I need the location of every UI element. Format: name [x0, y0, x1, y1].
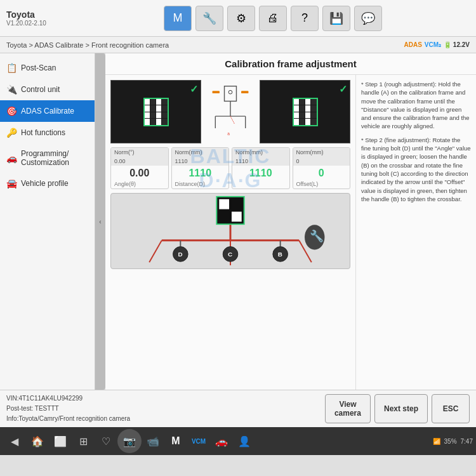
- programming-icon: 🚗: [6, 153, 17, 163]
- center-diagram: a: [205, 83, 256, 140]
- content-title: Calibration frame adjustment: [105, 53, 476, 75]
- taskbar-grid-btn[interactable]: ⊞: [72, 430, 95, 453]
- equipment-area: D C B 🔧: [110, 193, 350, 269]
- breadcrumb-bar: Toyota > ADAS Calibrate > Front recognit…: [0, 37, 476, 53]
- svg-text:D: D: [178, 251, 182, 258]
- nav-tool-btn[interactable]: 🔧: [195, 6, 223, 31]
- taskbar-vcm-btn[interactable]: VCM: [187, 430, 210, 453]
- status-post-test: Post-test: TESTTT: [6, 404, 130, 414]
- sidebar-item-programming[interactable]: 🚗 Programming/ Customization: [0, 143, 95, 173]
- action-buttons: View camera Next step ESC: [325, 394, 470, 423]
- view-camera-button[interactable]: View camera: [325, 394, 371, 423]
- svg-text:B: B: [278, 251, 282, 258]
- sidebar-label-control-unit: Control unit: [21, 85, 60, 94]
- post-scan-icon: 📋: [6, 63, 17, 73]
- badge-area: ADAS VCM₂ 🔋 12.2V: [404, 41, 470, 48]
- adas-badge: ADAS: [404, 41, 422, 48]
- offset-norm-val: 0: [293, 157, 350, 166]
- camera-grid-left: [143, 98, 169, 126]
- clock: 7:47: [461, 438, 473, 445]
- value-box-distance2: Norm(mm) 1110 1110: [232, 147, 290, 189]
- alignment-diagram: a: [208, 83, 253, 140]
- value-box-distance1: Norm(mm) 1110 1110 Distance(D): [171, 147, 230, 189]
- nav-msg-btn[interactable]: 💬: [354, 6, 382, 31]
- taskbar-car-btn[interactable]: 🚗: [210, 430, 233, 453]
- instruction-step2: * Step 2 (fine adjustment): Rotate the f…: [361, 136, 471, 203]
- distance1-norm-val: 1110: [172, 157, 229, 166]
- taskbar-video-btn[interactable]: 📹: [142, 430, 164, 453]
- status-info-label: Info:Toyota/Camry/Front recognition came…: [6, 414, 130, 424]
- status-vin: VIN:4T1C11AK4LU942299: [6, 393, 130, 404]
- svg-rect-26: [219, 212, 229, 222]
- svg-text:C: C: [228, 251, 232, 258]
- sidebar-item-post-scan[interactable]: 📋 Post-Scan: [0, 57, 95, 79]
- sidebar-item-adas-calibrate[interactable]: 🎯 ADAS Calibrate: [0, 100, 95, 122]
- nav-icons: M 🔧 ⚙ 🖨 ? 💾 💬: [76, 6, 470, 31]
- esc-button[interactable]: ESC: [432, 394, 470, 423]
- distance2-norm-label: Norm(mm): [232, 148, 289, 157]
- taskbar-square-btn[interactable]: ⬜: [49, 430, 72, 453]
- taskbar-heart-btn[interactable]: ♡: [95, 430, 117, 453]
- taskbar-camera-btn[interactable]: 📷: [117, 429, 142, 453]
- nav-save-btn[interactable]: 💾: [322, 6, 350, 31]
- vcm-badge: VCM₂: [425, 41, 441, 48]
- sidebar-wrapper: 📋 Post-Scan 🔌 Control unit 🎯 ADAS Calibr…: [0, 53, 105, 390]
- distance1-norm-label: Norm(mm): [172, 148, 229, 157]
- taskbar-back-btn[interactable]: ◀: [3, 430, 26, 453]
- nav-settings-btn[interactable]: ⚙: [227, 6, 255, 31]
- value-box-angle: Norm(°) 0.00 0.00 Angle(θ): [110, 147, 169, 189]
- calibration-view: ✓ a: [105, 75, 355, 390]
- nav-help-btn[interactable]: ?: [291, 6, 319, 31]
- instruction-step1: * Step 1 (rough adjustment): Hold the ha…: [361, 80, 471, 131]
- taskbar-home-btn[interactable]: 🏠: [26, 430, 49, 453]
- value-box-offset: Norm(mm) 0 0 Offset(L): [293, 147, 351, 189]
- adas-calibrate-icon: 🎯: [6, 106, 17, 116]
- svg-rect-25: [232, 199, 242, 209]
- distance2-value: 1110: [232, 166, 289, 181]
- svg-text:🔧: 🔧: [310, 229, 324, 243]
- taskbar-m-btn[interactable]: M: [164, 430, 187, 453]
- angle-norm-label: Norm(°): [111, 148, 168, 157]
- app-version: V1.20.02-2.10: [6, 20, 76, 27]
- sidebar-toggle[interactable]: ‹: [95, 53, 105, 390]
- camera-frame-left: ✓: [110, 80, 201, 143]
- angle-sub: Angle(θ): [111, 181, 168, 188]
- wifi-icon: 📶: [433, 438, 440, 445]
- content-body: ✓ a: [105, 75, 476, 390]
- status-bar: VIN:4T1C11AK4LU942299 Post-test: TESTTT …: [0, 390, 476, 427]
- sidebar-label-post-scan: Post-Scan: [21, 63, 56, 72]
- check-right: ✓: [339, 83, 347, 95]
- sidebar-label-programming: Programming/ Customization: [21, 149, 88, 167]
- sidebar-label-adas-calibrate: ADAS Calibrate: [21, 107, 74, 116]
- instructions-panel: * Step 1 (rough adjustment): Hold the ha…: [355, 75, 476, 390]
- values-row: Norm(°) 0.00 0.00 Angle(θ) Norm(mm) 1110…: [110, 147, 350, 189]
- distance1-value: 1110: [172, 166, 229, 181]
- svg-rect-6: [241, 91, 248, 93]
- angle-norm-val: 0.00: [111, 157, 168, 166]
- distance1-sub: Distance(D): [172, 181, 229, 188]
- equipment-svg: D C B 🔧: [111, 194, 350, 268]
- camera-grid-right: [293, 98, 318, 126]
- vehicle-profile-icon: 🚘: [6, 178, 17, 188]
- app-title: Toyota V1.20.02-2.10: [6, 10, 76, 27]
- sidebar-item-vehicle-profile[interactable]: 🚘 Vehicle profile: [0, 173, 95, 194]
- sidebar-label-vehicle-profile: Vehicle profile: [21, 179, 69, 188]
- svg-text:a: a: [227, 131, 230, 136]
- taskbar-person-car-btn[interactable]: 👤: [233, 430, 256, 453]
- battery-pct: 35%: [444, 438, 457, 445]
- angle-value: 0.00: [111, 166, 168, 181]
- distance2-sub: [232, 181, 289, 182]
- next-step-button[interactable]: Next step: [374, 394, 428, 423]
- sidebar-item-hot-functions[interactable]: 🔑 Hot functions: [0, 122, 95, 143]
- sidebar: 📋 Post-Scan 🔌 Control unit 🎯 ADAS Calibr…: [0, 53, 95, 390]
- check-left: ✓: [190, 83, 198, 95]
- taskbar-status: 📶 35% 7:47: [433, 438, 473, 445]
- camera-row: ✓ a: [110, 80, 350, 143]
- camera-frame-right: ✓: [260, 80, 350, 143]
- sidebar-item-control-unit[interactable]: 🔌 Control unit: [0, 79, 95, 100]
- svg-line-12: [149, 241, 162, 262]
- main-layout: 📋 Post-Scan 🔌 Control unit 🎯 ADAS Calibr…: [0, 53, 476, 390]
- sidebar-label-hot-functions: Hot functions: [21, 128, 65, 137]
- nav-print-btn[interactable]: 🖨: [259, 6, 287, 31]
- nav-home-btn[interactable]: M: [164, 6, 192, 31]
